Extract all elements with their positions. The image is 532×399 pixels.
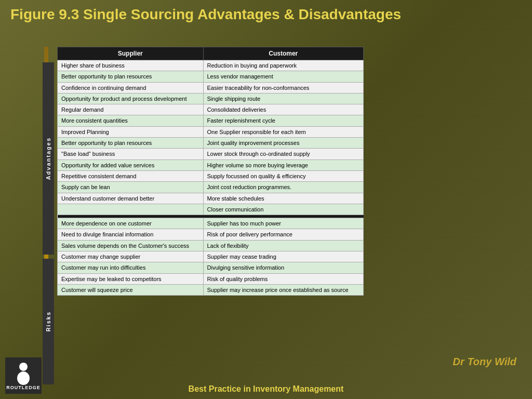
table-row: Customer may run into difficultiesDivulg… xyxy=(58,262,364,273)
supplier-cell: Opportunity for product and process deve… xyxy=(58,93,204,104)
supplier-cell: More consistent quantities xyxy=(58,115,204,126)
supplier-cell: Opportunity for added value services xyxy=(58,159,204,170)
risks-label: Risks xyxy=(43,259,54,384)
customer-cell: Divulging sensitive information xyxy=(203,262,364,273)
customer-cell: Single shipping route xyxy=(203,93,364,104)
supplier-cell xyxy=(58,204,204,215)
customer-cell: Faster replenishment cycle xyxy=(203,115,364,126)
supplier-cell: Confidence in continuing demand xyxy=(58,82,204,93)
customer-cell: Closer communication xyxy=(203,204,364,215)
supplier-cell: Customer may change supplier xyxy=(58,251,204,262)
routledge-logo: ROUTLEDGE xyxy=(5,357,42,394)
customer-cell: Easier traceability for non-conformances xyxy=(203,82,364,93)
supplier-cell: Repetitive consistent demand xyxy=(58,170,204,181)
supplier-cell: Better opportunity to plan resources xyxy=(58,71,204,82)
customer-cell: Higher volume so more buying leverage xyxy=(203,159,364,170)
supplier-cell: Higher share of business xyxy=(58,60,204,71)
table-row: Closer communication xyxy=(58,204,364,215)
routledge-text: ROUTLEDGE xyxy=(6,385,41,390)
table-row: Improved PlanningOne Supplier responsibl… xyxy=(58,126,364,137)
table-wrapper: Advantages Risks Supplier Customer Highe… xyxy=(57,47,522,296)
table-row: Confidence in continuing demandEasier tr… xyxy=(58,82,364,93)
svg-point-1 xyxy=(17,371,30,385)
table-row: Higher share of businessReduction in buy… xyxy=(58,60,364,71)
customer-cell: Risk of poor delivery performance xyxy=(203,229,364,240)
table-row: Better opportunity to plan resourcesLess… xyxy=(58,71,364,82)
customer-cell: Supplier may cease trading xyxy=(203,251,364,262)
table-row: Repetitive consistent demandSupply focus… xyxy=(58,170,364,181)
supplier-cell: Expertise may be leaked to competitors xyxy=(58,273,204,284)
main-table: Supplier Customer Higher share of busine… xyxy=(57,47,364,296)
svg-point-0 xyxy=(19,363,28,371)
customer-cell: Joint cost reduction programmes. xyxy=(203,182,364,193)
customer-cell: Less vendor management xyxy=(203,71,364,82)
table-row: Understand customer demand betterMore st… xyxy=(58,193,364,204)
table-row: Opportunity for product and process deve… xyxy=(58,93,364,104)
table-row: Better opportunity to plan resourcesJoin… xyxy=(58,138,364,149)
page-title: Figure 9.3 Single Sourcing Advantages & … xyxy=(10,5,522,23)
customer-cell: Risk of quality problems xyxy=(203,273,364,284)
supplier-cell: Need to divulge financial information xyxy=(58,229,204,240)
footer-text: Best Practice in Inventory Management xyxy=(189,384,344,393)
title-area: Figure 9.3 Single Sourcing Advantages & … xyxy=(10,5,522,23)
table-row: Customer may change supplierSupplier may… xyxy=(58,251,364,262)
customer-cell: Consolidated deliveries xyxy=(203,104,364,115)
table-row: Supply can be leanJoint cost reduction p… xyxy=(58,182,364,193)
customer-header: Customer xyxy=(203,47,364,60)
customer-cell: Lower stock through co-ordinated supply xyxy=(203,149,364,159)
customer-cell: Supply focussed on quality & efficiency xyxy=(203,170,364,181)
supplier-cell: Understand customer demand better xyxy=(58,193,204,204)
table-row: Opportunity for added value servicesHigh… xyxy=(58,159,364,170)
table-row: Need to divulge financial informationRis… xyxy=(58,229,364,240)
supplier-cell: Customer may run into difficulties xyxy=(58,262,204,273)
customer-cell: Supplier may increase price once establi… xyxy=(203,284,364,295)
table-row: More dependence on one customerSupplier … xyxy=(58,218,364,229)
author-credit: Dr Tony Wild xyxy=(453,356,516,368)
supplier-cell: Better opportunity to plan resources xyxy=(58,138,204,149)
supplier-cell: Regular demand xyxy=(58,104,204,115)
table-row: More consistent quantitiesFaster repleni… xyxy=(58,115,364,126)
customer-cell: Supplier has too much power xyxy=(203,218,364,229)
footer-bar: Best Practice in Inventory Management xyxy=(0,384,532,394)
supplier-cell: Supply can be lean xyxy=(58,182,204,193)
supplier-cell: More dependence on one customer xyxy=(58,218,204,229)
customer-cell: More stable schedules xyxy=(203,193,364,204)
table-row: Sales volume depends on the Customer's s… xyxy=(58,240,364,251)
supplier-cell: Customer will squeeze price xyxy=(58,284,204,295)
advantages-label: Advantages xyxy=(43,62,54,255)
customer-cell: Reduction in buying and paperwork xyxy=(203,60,364,71)
customer-cell: Joint quality improvement processes xyxy=(203,138,364,149)
table-row: Regular demandConsolidated deliveries xyxy=(58,104,364,115)
customer-cell: One Supplier responsible for each item xyxy=(203,126,364,137)
table-row: Expertise may be leaked to competitorsRi… xyxy=(58,273,364,284)
main-content: Advantages Risks Supplier Customer Highe… xyxy=(52,47,522,373)
supplier-cell: Sales volume depends on the Customer's s… xyxy=(58,240,204,251)
supplier-cell: Improved Planning xyxy=(58,126,204,137)
table-row: "Base load" businessLower stock through … xyxy=(58,149,364,159)
table-row: Customer will squeeze priceSupplier may … xyxy=(58,284,364,295)
supplier-header: Supplier xyxy=(58,47,204,60)
supplier-cell: "Base load" business xyxy=(58,149,204,159)
customer-cell: Lack of flexibility xyxy=(203,240,364,251)
routledge-figure-icon xyxy=(15,362,33,385)
